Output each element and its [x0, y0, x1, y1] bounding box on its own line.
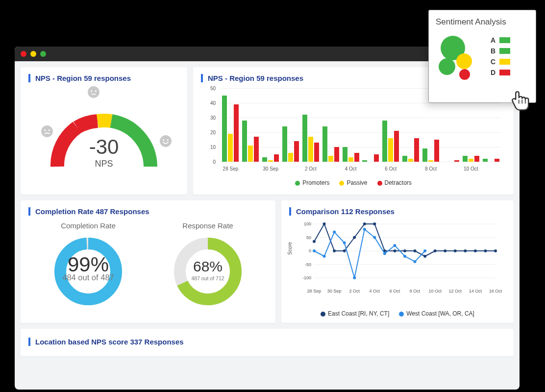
svg-text:8 Oct: 8 Oct [410, 289, 421, 294]
svg-point-39 [323, 222, 326, 225]
bar-chart-legend: Promoters Passive Detractors [201, 179, 506, 186]
x-tick: 6 Oct [385, 166, 396, 172]
sentiment-legend-item-b: B [491, 47, 510, 55]
svg-text:4 Oct: 4 Oct [370, 289, 380, 294]
sentiment-title: Sentiment Analysis [436, 17, 529, 27]
svg-point-41 [343, 249, 346, 252]
svg-point-66 [403, 255, 406, 258]
sentiment-analysis-card[interactable]: Sentiment Analysis A B C D [428, 10, 536, 103]
legend-item-east: East Coast [RI, NY, CT] [321, 310, 389, 317]
sentiment-legend-item-a: A [491, 36, 510, 44]
svg-text:-100: -100 [302, 275, 311, 280]
comparison-line-chart: Score -100-5005010028 Sep30 Sep2 Oct4 Oc… [289, 221, 506, 307]
legend-item-passive: Passive [339, 179, 367, 186]
svg-text:484 out of 487: 484 out of 487 [62, 273, 114, 282]
svg-point-40 [333, 249, 336, 252]
x-tick: 10 Oct [464, 166, 478, 172]
comparison-card: Comparison 112 Responses Score -100-5005… [281, 200, 514, 323]
svg-point-43 [363, 222, 366, 225]
svg-text:10 Oct: 10 Oct [428, 289, 442, 294]
svg-point-54 [474, 249, 477, 252]
y-tick: 40 [201, 100, 216, 106]
svg-point-60 [343, 242, 346, 245]
legend-item-west: West Coast [WA, OR, CA] [399, 310, 474, 317]
nps-score-label: NPS [89, 159, 119, 169]
svg-point-3 [88, 86, 99, 98]
card-title: Location based NPS score 337 Responses [28, 338, 506, 346]
svg-point-1 [44, 129, 46, 131]
svg-text:99%: 99% [68, 253, 109, 276]
svg-text:-50: -50 [305, 262, 311, 267]
card-title: NPS - Region 59 responses [28, 74, 179, 82]
y-tick: 10 [201, 145, 216, 150]
svg-point-62 [363, 228, 366, 231]
dashboard-content: NPS - Region 59 responses -30 NPS [15, 61, 520, 362]
y-tick: 30 [201, 115, 216, 121]
happy-face-icon [159, 135, 172, 147]
svg-point-47 [403, 249, 406, 252]
svg-point-42 [353, 236, 356, 239]
x-tick: 28 Sep [223, 166, 239, 172]
sentiment-bubble-chart [436, 32, 485, 81]
svg-point-68 [423, 249, 426, 252]
svg-point-64 [383, 252, 386, 255]
window-zoom-button[interactable] [40, 51, 46, 57]
svg-text:68%: 68% [193, 258, 223, 274]
svg-text:14 Oct: 14 Oct [469, 289, 482, 294]
y-tick: 50 [201, 86, 216, 91]
sentiment-legend-item-c: C [491, 58, 510, 66]
legend-item-detractors: Detractors [377, 179, 412, 186]
response-rate-donut: Response Rate 68% 487 out of 712 [159, 221, 257, 310]
svg-text:6 Oct: 6 Oct [390, 289, 400, 294]
legend-item-promoters: Promoters [295, 179, 329, 186]
card-title: Comparison 112 Responses [289, 207, 506, 216]
card-title: Completion Rate 487 Responses [28, 207, 268, 216]
line-chart-legend: East Coast [RI, NY, CT] West Coast [WA, … [289, 310, 506, 317]
svg-text:2 Oct: 2 Oct [349, 289, 360, 294]
window-close-button[interactable] [21, 51, 26, 57]
sad-face-icon [41, 125, 53, 138]
neutral-face-icon [87, 86, 100, 98]
svg-point-50 [434, 249, 437, 252]
svg-text:0: 0 [309, 248, 311, 253]
completion-rate-donut: Completion Rate 99% 484 out of 487 [39, 221, 137, 310]
nps-gauge-card: NPS - Region 59 responses -30 NPS [21, 67, 187, 195]
svg-text:487 out of 712: 487 out of 712 [191, 275, 224, 281]
y-tick: 0 [201, 159, 216, 165]
svg-point-49 [423, 255, 426, 258]
svg-point-53 [464, 249, 467, 252]
y-tick: 20 [201, 130, 216, 135]
svg-point-61 [353, 276, 356, 279]
svg-text:12 Oct: 12 Oct [449, 289, 462, 294]
svg-point-59 [333, 231, 336, 234]
svg-text:28 Sep: 28 Sep [307, 289, 322, 294]
svg-text:30 Sep: 30 Sep [327, 289, 342, 294]
donut-label: Response Rate [159, 221, 257, 230]
svg-point-46 [393, 249, 396, 252]
window-minimize-button[interactable] [30, 51, 36, 57]
svg-point-5 [95, 90, 97, 92]
donut-label: Completion Rate [39, 221, 137, 230]
svg-text:16 Oct: 16 Oct [489, 289, 502, 294]
x-tick: 30 Sep [263, 166, 278, 172]
svg-point-55 [484, 249, 487, 252]
pointer-cursor-icon [508, 88, 533, 115]
svg-point-8 [163, 139, 164, 141]
x-tick: 4 Oct [345, 166, 357, 172]
svg-point-51 [444, 249, 446, 252]
location-nps-card: Location based NPS score 337 Responses [21, 329, 514, 356]
svg-point-52 [454, 249, 457, 252]
x-tick: 2 Oct [305, 166, 317, 172]
svg-point-56 [494, 249, 497, 252]
svg-point-7 [160, 135, 172, 147]
svg-point-44 [373, 222, 376, 225]
svg-point-57 [313, 249, 316, 252]
x-tick: 8 Oct [425, 166, 437, 172]
svg-point-48 [414, 249, 417, 252]
svg-point-4 [91, 90, 92, 92]
completion-card: Completion Rate 487 Responses Completion… [21, 200, 275, 323]
nps-gauge-chart: -30 NPS [28, 88, 179, 176]
svg-text:50: 50 [306, 235, 311, 240]
svg-text:100: 100 [304, 221, 311, 226]
svg-point-2 [49, 129, 50, 131]
